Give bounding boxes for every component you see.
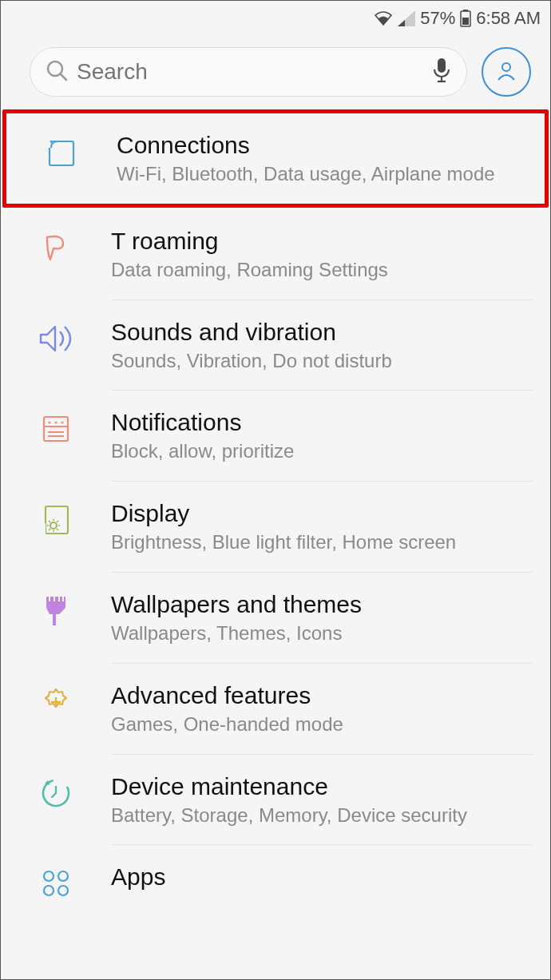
settings-item-title: Notifications [111,408,531,437]
settings-item-sounds[interactable]: Sounds and vibration Sounds, Vibration, … [1,300,550,391]
search-icon [45,58,69,85]
svg-point-10 [502,63,510,71]
apps-icon [37,864,75,903]
settings-item-subtitle: Data roaming, Roaming Settings [111,259,531,282]
svg-point-39 [58,871,68,881]
settings-item-title: Apps [111,863,531,891]
settings-item-connections[interactable]: Connections Wi-Fi, Bluetooth, Data usage… [2,109,549,208]
settings-item-title: Sounds and vibration [111,318,531,347]
svg-marker-0 [398,10,415,26]
settings-item-subtitle: Block, allow, prioritize [111,440,531,463]
svg-point-38 [44,871,54,881]
svg-line-27 [49,529,50,530]
settings-item-title: T roaming [111,227,531,256]
settings-item-subtitle: Sounds, Vibration, Do not disturb [111,350,531,373]
svg-point-14 [54,422,57,424]
svg-line-26 [57,529,58,530]
settings-list: Connections Wi-Fi, Bluetooth, Data usage… [1,109,550,903]
svg-rect-4 [462,18,469,25]
profile-button[interactable] [482,47,531,97]
settings-item-subtitle: Games, One-handed mode [111,713,531,736]
settings-item-subtitle: Wallpapers, Themes, Icons [111,622,531,645]
settings-item-notifications[interactable]: Notifications Block, allow, prioritize [1,391,550,481]
t-roaming-icon [37,228,75,267]
settings-item-advanced-features[interactable]: Advanced features Games, One-handed mode [1,664,550,754]
battery-icon [460,10,471,27]
mic-icon[interactable] [431,57,452,87]
paintbrush-icon [37,592,75,630]
settings-item-display[interactable]: Display Brightness, Blue light filter, H… [1,482,550,572]
notifications-icon [37,410,75,448]
wifi-icon [374,10,393,26]
user-icon [494,58,518,85]
cellular-signal-icon [398,10,415,26]
settings-item-title: Advanced features [111,681,531,710]
svg-rect-12 [44,417,68,441]
top-bar [1,36,550,105]
settings-item-wallpapers[interactable]: Wallpapers and themes Wallpapers, Themes… [1,573,550,663]
search-input[interactable] [77,59,423,85]
search-field[interactable] [30,47,467,97]
settings-item-t-roaming[interactable]: T roaming Data roaming, Roaming Settings [1,209,550,300]
svg-rect-3 [463,10,468,11]
connections-icon [42,133,81,171]
svg-line-6 [61,74,66,80]
svg-line-25 [49,521,50,522]
svg-point-20 [50,522,57,529]
status-bar: 57% 6:58 AM [1,1,550,36]
settings-item-title: Wallpapers and themes [111,590,531,619]
svg-point-40 [44,886,54,895]
battery-percent: 57% [420,8,455,29]
settings-item-title: Display [111,499,531,528]
clock-time: 6:58 AM [476,8,541,29]
svg-line-28 [57,521,58,522]
settings-item-title: Device maintenance [111,772,531,801]
svg-point-41 [58,886,68,895]
display-icon [37,501,75,539]
settings-item-subtitle: Wi-Fi, Bluetooth, Data usage, Airplane m… [117,163,525,186]
device-maintenance-icon [37,774,75,812]
gear-plus-icon [37,683,75,721]
settings-item-title: Connections [117,131,525,160]
svg-point-13 [48,422,50,424]
settings-item-subtitle: Brightness, Blue light filter, Home scre… [111,531,531,554]
svg-rect-7 [438,58,446,73]
settings-item-subtitle: Battery, Storage, Memory, Device securit… [111,804,531,827]
sound-icon [37,319,75,358]
settings-item-device-maintenance[interactable]: Device maintenance Battery, Storage, Mem… [1,755,550,845]
svg-point-15 [61,422,63,424]
settings-item-apps[interactable]: Apps [1,845,550,903]
